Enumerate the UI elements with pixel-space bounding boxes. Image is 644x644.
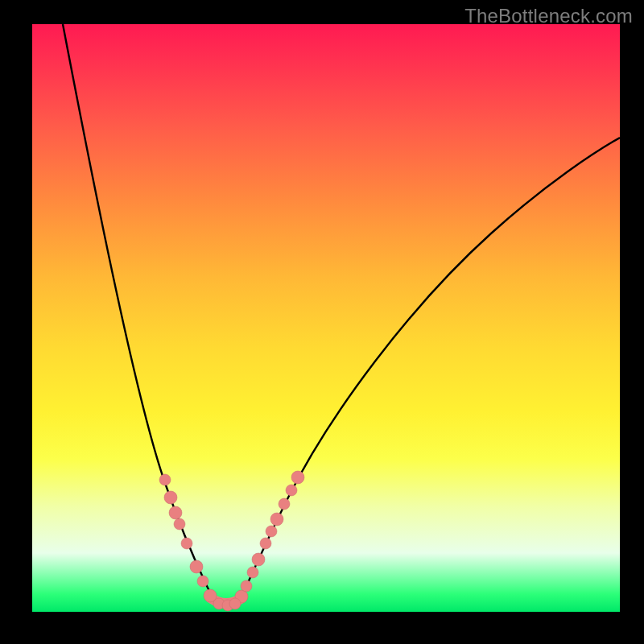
markers-left: [159, 474, 217, 602]
data-marker: [159, 474, 171, 485]
data-marker: [260, 538, 271, 549]
markers-bottom: [213, 598, 241, 611]
data-marker: [174, 518, 185, 530]
data-marker: [252, 553, 265, 566]
data-marker: [286, 485, 297, 496]
curve-right: [240, 138, 620, 601]
data-marker: [266, 526, 277, 537]
data-marker: [181, 538, 192, 549]
curve-svg: [32, 24, 620, 612]
plot-area: [32, 24, 620, 612]
data-marker: [291, 471, 304, 484]
data-marker: [279, 498, 290, 510]
data-marker: [197, 576, 208, 587]
data-marker: [190, 560, 203, 573]
data-marker: [229, 598, 241, 609]
data-marker: [270, 513, 283, 526]
data-marker: [169, 506, 182, 519]
curve-left: [63, 24, 214, 601]
chart-frame: TheBottleneck.com: [0, 0, 644, 644]
data-marker: [247, 567, 258, 578]
data-marker: [164, 491, 177, 504]
watermark-text: TheBottleneck.com: [464, 5, 633, 27]
data-marker: [241, 580, 252, 592]
